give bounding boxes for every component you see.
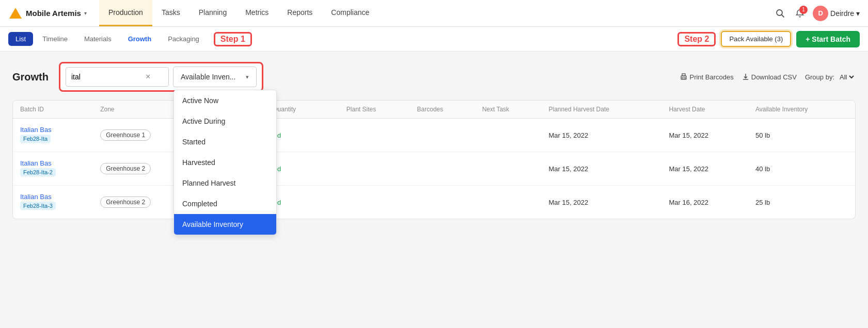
sub-nav-left: List Timeline Materials Growth Packaging… [8,32,670,46]
tab-timeline[interactable]: Timeline [35,32,75,46]
cell-harvest-date-3: Mar 16, 2022 [661,186,748,219]
nav-item-planning[interactable]: Planning [190,0,236,26]
filter-dropdown-button[interactable]: Available Inven... ▾ [173,67,256,87]
filter-section: × Available Inven... ▾ Active Now Active… [59,62,263,92]
search-input[interactable] [71,73,144,81]
svg-marker-0 [9,8,22,19]
page-title: Growth [12,71,49,83]
tab-list-button[interactable]: List [8,32,33,46]
search-wrap: × [66,67,169,87]
nav-items: Production Tasks Planning Metrics Report… [99,0,774,26]
user-chevron-icon: ▾ [856,9,860,18]
cell-next-task-1 [475,119,542,152]
download-icon [742,73,749,80]
step2-wrap: Step 2 Pack Available (3) [672,31,791,47]
user-menu-button[interactable]: D Deirdre ▾ [813,6,860,21]
dropdown-option-planned-harvest[interactable]: Planned Harvest [174,173,276,193]
printer-icon [680,73,687,80]
table-body: Italian Bas Feb28-Ita Greenhouse 1 days … [13,119,855,219]
nav-item-production[interactable]: Production [99,0,152,26]
search-button[interactable] [774,7,787,20]
filter-dropdown-wrap: Available Inven... ▾ Active Now Active D… [173,67,257,87]
nav-item-tasks[interactable]: Tasks [152,0,190,26]
table-row: Italian Bas Feb28-Ita-3 Greenhouse 2 day… [13,186,855,219]
batch-id-tag: Feb28-Ita-3 [20,202,56,210]
svg-rect-5 [682,77,685,79]
col-barcodes: Barcodes [410,101,475,119]
table-row: Italian Bas Feb28-Ita Greenhouse 1 days … [13,119,855,152]
col-harvest-date: Harvest Date [661,101,748,119]
dropdown-option-available-inventory[interactable]: Available Inventory [174,214,276,235]
cell-harvest-date-1: Mar 15, 2022 [661,119,748,152]
cell-next-task-2 [475,152,542,186]
sub-nav-right: Step 2 Pack Available (3) + Start Batch [672,31,860,47]
batch-name-link[interactable]: Italian Bas [20,159,82,167]
step1-label: Step 1 [214,32,252,46]
table-row: Italian Bas Feb28-Ita-2 Greenhouse 2 day… [13,152,855,186]
print-barcodes-button[interactable]: Print Barcodes [680,73,733,81]
pack-available-button[interactable]: Pack Available (3) [721,31,791,47]
step2-label: Step 2 [677,32,716,46]
tab-growth[interactable]: Growth [121,32,159,46]
cell-barcodes-1 [410,119,475,152]
cell-batch-1: Italian Bas Feb28-Ita [13,119,93,152]
dropdown-option-harvested[interactable]: Harvested [174,152,276,173]
data-table: Batch ID Zone Age Current Quantity Plant… [13,101,855,219]
cell-barcodes-2 [410,152,475,186]
cell-batch-3: Italian Bas Feb28-Ita-3 [13,186,93,219]
col-plant-sites: Plant Sites [339,101,410,119]
nav-item-compliance[interactable]: Compliance [322,0,378,26]
dropdown-option-completed[interactable]: Completed [174,193,276,214]
cell-harvest-date-2: Mar 15, 2022 [661,152,748,186]
nav-item-metrics[interactable]: Metrics [236,0,278,26]
cell-plant-sites-2 [339,152,410,186]
cell-planned-harvest-2: Mar 15, 2022 [542,152,662,186]
notification-button[interactable]: 1 [793,7,807,20]
brand-name: Mobile Artemis [26,9,81,18]
brand[interactable]: Mobile Artemis ▾ [8,6,87,21]
main-content: Growth × Available Inven... ▾ Active [0,52,868,328]
nav-item-reports[interactable]: Reports [278,0,322,26]
dropdown-option-active-now[interactable]: Active Now [174,90,276,111]
batch-name-link[interactable]: Italian Bas [20,126,82,134]
batch-id-tag: Feb28-Ita-2 [20,168,56,176]
cell-plant-sites-1 [339,119,410,152]
filter-chevron-icon: ▾ [246,74,249,80]
top-nav: Mobile Artemis ▾ Production Tasks Planni… [0,0,868,27]
cell-batch-2: Italian Bas Feb28-Ita-2 [13,152,93,186]
dropdown-option-active-during[interactable]: Active During [174,111,276,132]
zone-badge: Greenhouse 2 [100,196,151,208]
user-name: Deirdre [830,9,854,18]
filter-dropdown-menu: Active Now Active During Started Harvest… [173,90,277,235]
download-csv-button[interactable]: Download CSV [742,73,797,81]
start-batch-button[interactable]: + Start Batch [796,31,860,47]
cell-plant-sites-3 [339,186,410,219]
brand-logo-icon [8,6,23,21]
zone-badge: Greenhouse 2 [100,163,151,174]
toolbar-right: Print Barcodes Download CSV Group by: Al… [680,73,856,81]
tab-materials[interactable]: Materials [77,32,119,46]
cell-planned-harvest-3: Mar 15, 2022 [542,186,662,219]
col-batch-id: Batch ID [13,101,93,119]
filter-label: Available Inven... [181,73,235,81]
group-by-select[interactable]: All [838,73,856,81]
col-planned-harvest: Planned Harvest Date [542,101,662,119]
notification-badge: 1 [799,6,808,14]
tab-packaging[interactable]: Packaging [161,32,207,46]
dropdown-option-started[interactable]: Started [174,132,276,152]
cell-avail-inv-3: 25 lb [748,186,855,219]
batch-name-link[interactable]: Italian Bas [20,193,82,201]
table-header: Batch ID Zone Age Current Quantity Plant… [13,101,855,119]
nav-right: 1 D Deirdre ▾ [774,6,860,21]
search-icon [776,9,785,18]
batch-id-tag: Feb28-Ita [20,135,51,143]
cell-next-task-3 [475,186,542,219]
cell-avail-inv-1: 50 lb [748,119,855,152]
cell-planned-harvest-1: Mar 15, 2022 [542,119,662,152]
clear-search-button[interactable]: × [144,71,152,83]
group-by: Group by: All [805,73,856,81]
user-avatar: D [813,6,828,21]
toolbar-row: Growth × Available Inven... ▾ Active [12,62,856,92]
cell-avail-inv-2: 40 lb [748,152,855,186]
svg-rect-4 [682,74,685,76]
